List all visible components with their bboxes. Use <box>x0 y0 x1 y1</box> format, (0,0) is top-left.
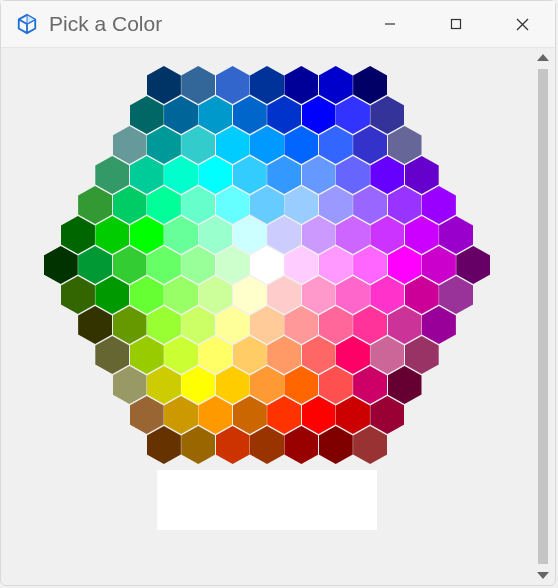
window-controls <box>357 1 555 47</box>
selected-color-swatch[interactable] <box>157 470 377 530</box>
hex-color-grid <box>44 66 491 456</box>
color-picker-window: Pick a Color <box>0 0 556 586</box>
minimize-button[interactable] <box>357 1 423 47</box>
titlebar: Pick a Color <box>1 1 555 48</box>
color-swatch[interactable] <box>181 426 215 464</box>
hex-row <box>44 426 491 456</box>
color-swatch[interactable] <box>216 426 250 464</box>
scrollbar <box>533 54 553 579</box>
color-swatch[interactable] <box>147 426 181 464</box>
window-title: Pick a Color <box>49 12 357 36</box>
color-swatch[interactable] <box>319 426 353 464</box>
content-area <box>1 48 555 585</box>
hex-row <box>44 126 491 156</box>
app-icon <box>15 12 39 36</box>
color-swatch[interactable] <box>353 426 387 464</box>
svg-rect-1 <box>452 20 461 29</box>
hex-row <box>44 66 491 96</box>
color-swatch[interactable] <box>284 426 318 464</box>
close-button[interactable] <box>489 1 555 47</box>
scroll-down-button[interactable] <box>537 572 549 579</box>
picker-area <box>1 48 533 585</box>
color-swatch[interactable] <box>250 426 284 464</box>
scroll-thumb[interactable] <box>538 69 548 564</box>
maximize-button[interactable] <box>423 1 489 47</box>
scroll-up-button[interactable] <box>537 54 549 61</box>
